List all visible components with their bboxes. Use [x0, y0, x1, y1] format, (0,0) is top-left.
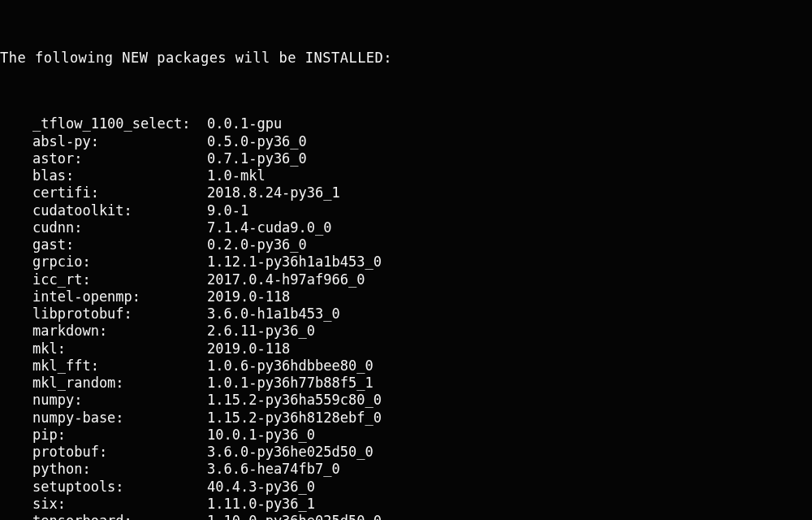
package-line: blas:1.0-mkl [0, 167, 812, 184]
package-version: 0.5.0-py36_0 [207, 133, 307, 150]
package-name: mkl_fft: [32, 358, 207, 375]
package-line: setuptools:40.4.3-py36_0 [0, 479, 812, 496]
package-version: 3.6.0-h1a1b453_0 [207, 306, 340, 323]
package-version: 7.1.4-cuda9.0_0 [207, 219, 332, 236]
package-line: six:1.11.0-py36_1 [0, 496, 812, 513]
package-line: numpy-base:1.15.2-py36h8128ebf_0 [0, 410, 812, 427]
package-name: astor: [32, 150, 207, 167]
package-line: cudnn:7.1.4-cuda9.0_0 [0, 219, 812, 236]
package-name: gast: [32, 236, 207, 254]
terminal-output: The following NEW packages will be INSTA… [0, 0, 812, 520]
package-name: markdown: [32, 323, 207, 340]
package-line: icc_rt:2017.0.4-h97af966_0 [0, 271, 812, 288]
package-version: 0.2.0-py36_0 [207, 236, 307, 254]
package-line: grpcio:1.12.1-py36h1a1b453_0 [0, 254, 812, 271]
package-line: mkl_random:1.0.1-py36h77b88f5_1 [0, 375, 812, 392]
package-version: 2017.0.4-h97af966_0 [207, 271, 365, 288]
package-version: 2018.8.24-py36_1 [207, 184, 340, 202]
package-line: astor:0.7.1-py36_0 [0, 150, 812, 167]
package-name: blas: [32, 167, 207, 184]
package-line: absl-py:0.5.0-py36_0 [0, 133, 812, 150]
install-header: The following NEW packages will be INSTA… [0, 50, 812, 67]
package-line: libprotobuf:3.6.0-h1a1b453_0 [0, 306, 812, 323]
package-name: certifi: [32, 184, 207, 202]
package-version: 2019.0-118 [207, 288, 290, 306]
package-name: setuptools: [32, 479, 207, 496]
package-name: icc_rt: [32, 271, 207, 288]
package-name: pip: [32, 427, 207, 444]
package-name: mkl_random: [32, 375, 207, 392]
package-version: 40.4.3-py36_0 [207, 479, 315, 496]
package-name: numpy-base: [32, 410, 207, 427]
package-name: tensorboard: [32, 513, 207, 520]
package-version: 0.7.1-py36_0 [207, 150, 307, 167]
package-version: 1.12.1-py36h1a1b453_0 [207, 254, 382, 271]
package-version: 1.10.0-py36he025d50_0 [207, 513, 382, 520]
package-line: _tflow_1100_select:0.0.1-gpu [0, 115, 812, 132]
package-list: _tflow_1100_select:0.0.1-gpuabsl-py:0.5.… [0, 115, 812, 520]
package-name: cudatoolkit: [32, 202, 207, 219]
package-line: numpy:1.15.2-py36ha559c80_0 [0, 392, 812, 409]
package-line: pip:10.0.1-py36_0 [0, 427, 812, 444]
package-version: 9.0-1 [207, 202, 248, 219]
package-name: intel-openmp: [32, 288, 207, 306]
package-line: protobuf:3.6.0-py36he025d50_0 [0, 444, 812, 461]
package-version: 1.0-mkl [207, 167, 266, 184]
package-line: tensorboard:1.10.0-py36he025d50_0 [0, 513, 812, 520]
package-line: python:3.6.6-hea74fb7_0 [0, 461, 812, 478]
package-name: six: [32, 496, 207, 513]
package-version: 1.11.0-py36_1 [207, 496, 315, 513]
package-line: cudatoolkit:9.0-1 [0, 202, 812, 219]
package-name: cudnn: [32, 219, 207, 236]
package-line: gast:0.2.0-py36_0 [0, 236, 812, 254]
package-version: 2.6.11-py36_0 [207, 323, 315, 340]
package-line: intel-openmp:2019.0-118 [0, 288, 812, 306]
package-name: _tflow_1100_select: [32, 115, 207, 132]
package-line: markdown:2.6.11-py36_0 [0, 323, 812, 340]
package-version: 1.15.2-py36h8128ebf_0 [207, 410, 382, 427]
package-name: python: [32, 461, 207, 478]
package-line: mkl:2019.0-118 [0, 340, 812, 358]
package-version: 10.0.1-py36_0 [207, 427, 315, 444]
package-version: 0.0.1-gpu [207, 115, 282, 132]
package-line: certifi:2018.8.24-py36_1 [0, 184, 812, 202]
package-line: mkl_fft:1.0.6-py36hdbbee80_0 [0, 358, 812, 375]
package-version: 2019.0-118 [207, 340, 290, 358]
package-version: 1.15.2-py36ha559c80_0 [207, 392, 382, 409]
package-version: 3.6.6-hea74fb7_0 [207, 461, 340, 478]
package-name: libprotobuf: [32, 306, 207, 323]
package-name: grpcio: [32, 254, 207, 271]
package-version: 1.0.1-py36h77b88f5_1 [207, 375, 374, 392]
package-name: mkl: [32, 340, 207, 358]
package-name: numpy: [32, 392, 207, 409]
package-version: 3.6.0-py36he025d50_0 [207, 444, 374, 461]
package-version: 1.0.6-py36hdbbee80_0 [207, 358, 374, 375]
package-name: absl-py: [32, 133, 207, 150]
package-name: protobuf: [32, 444, 207, 461]
